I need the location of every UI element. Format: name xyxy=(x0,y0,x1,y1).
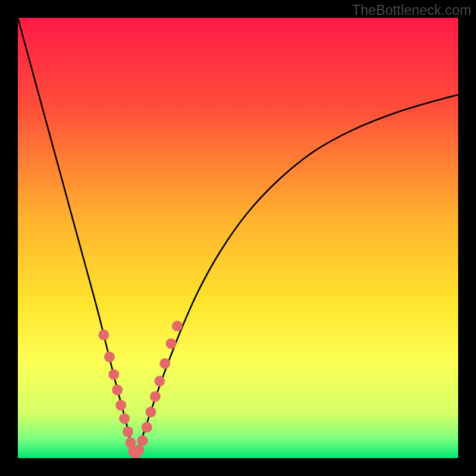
sample-point xyxy=(154,376,165,387)
sample-point xyxy=(172,321,183,331)
sample-point xyxy=(150,391,161,402)
sample-point xyxy=(142,422,152,433)
sample-point xyxy=(112,384,123,395)
bottleneck-chart xyxy=(18,18,458,458)
sample-point xyxy=(159,358,170,369)
chart-container: TheBottleneck.com xyxy=(0,0,476,476)
plot-area xyxy=(18,18,458,458)
sample-point xyxy=(119,413,130,424)
sample-point xyxy=(104,352,115,362)
sample-point xyxy=(145,406,156,417)
watermark-text: TheBottleneck.com xyxy=(352,2,471,18)
sample-point xyxy=(98,330,109,340)
gradient-background xyxy=(18,18,458,458)
sample-point xyxy=(115,400,126,411)
sample-point xyxy=(123,427,133,437)
sample-point xyxy=(134,445,145,456)
sample-point xyxy=(137,435,148,446)
sample-point xyxy=(108,369,119,380)
sample-point xyxy=(166,339,177,349)
